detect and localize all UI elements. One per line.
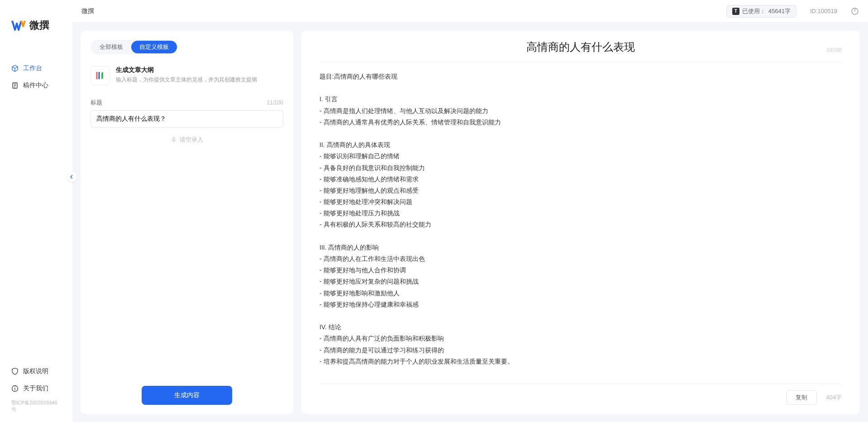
text-icon: T [732,8,739,15]
output-word-count: 404字 [826,394,842,402]
logo-text: 微撰 [29,19,49,32]
nav-workbench[interactable]: 工作台 [0,60,72,77]
title-input[interactable] [91,110,283,128]
power-icon[interactable] [851,7,859,15]
nav-label: 关于我们 [23,384,48,393]
logo: 微撰 [0,9,72,46]
sidebar: 微撰 工作台 稿件中心 版权说明 [0,0,72,422]
usage-badge[interactable]: T 已使用： 45641字 [726,5,796,18]
icp-text: 鄂ICP备2022016946号 [0,397,72,415]
info-icon [11,385,19,392]
mic-icon [171,137,177,143]
voice-hint: 请空录入 [180,136,203,144]
usage-value: 45641字 [768,7,791,15]
topbar-title: 微撰 [81,7,94,15]
title-char-count: 11/100 [267,100,283,106]
nav-copyright[interactable]: 版权说明 [0,363,72,380]
output-body[interactable]: 题目:高情商的人有哪些表现 I. 引言 - 高情商是指人们处理情绪、与他人互动以… [320,71,842,384]
template-tabs: 全部模板 自定义模板 [91,40,178,54]
usage-prefix: 已使用： [742,7,766,15]
nav-label: 稿件中心 [23,81,48,90]
svg-point-5 [14,387,15,388]
tab-custom-template[interactable]: 自定义模板 [131,41,177,53]
template-desc: 输入标题，为你提供文章主体的灵感，并为其创建推文提纲 [116,76,283,84]
document-icon [11,82,19,89]
generate-button[interactable]: 生成内容 [142,386,232,405]
sidebar-collapse-handle[interactable] [67,172,77,182]
title-label: 标题 [91,99,102,107]
sidebar-bottom: 版权说明 关于我们 鄂ICP备2022016946号 [0,363,72,422]
nav-label: 工作台 [23,64,42,72]
logo-icon [11,18,26,33]
topbar: 微撰 T 已使用： 45641字 ID:100519 [72,0,868,23]
user-id: ID:100519 [810,8,837,14]
nav-label: 版权说明 [23,367,48,375]
template-icon [91,66,110,85]
output-title-count: 10/100 [826,47,842,52]
nav-drafts[interactable]: 稿件中心 [0,77,72,94]
voice-input-row[interactable]: 请空录入 [91,136,283,144]
output-panel: 高情商的人有什么表现 10/100 题目:高情商的人有哪些表现 I. 引言 - … [301,31,860,414]
template-title: 生成文章大纲 [116,66,283,74]
nav-about[interactable]: 关于我们 [0,380,72,397]
copy-button[interactable]: 复制 [786,390,817,405]
nav: 工作台 稿件中心 [0,46,72,363]
cube-icon [11,65,19,72]
input-panel: 全部模板 自定义模板 [81,31,293,414]
svg-rect-9 [173,137,175,140]
shield-icon [11,368,19,375]
tab-all-templates[interactable]: 全部模板 [91,41,131,53]
output-title: 高情商的人有什么表现 [320,40,842,54]
template-card: 生成文章大纲 输入标题，为你提供文章主体的灵感，并为其创建推文提纲 [91,66,283,85]
